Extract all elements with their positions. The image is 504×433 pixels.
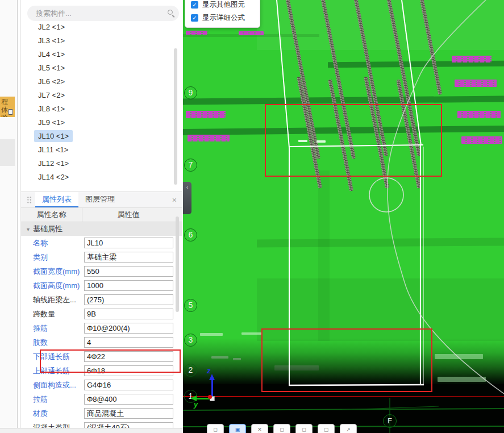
component-list: JL2 <1>JL3 <1>JL4 <1>JL5 <1>JL6 <2>JL7 <…: [21, 20, 174, 184]
display-options-popup: ✓ 显示其他图元 ✓ 显示详细公式: [185, 0, 260, 28]
property-row: 截面高度(mm)1000: [21, 278, 182, 293]
property-scrollbar[interactable]: [176, 216, 179, 312]
property-value-input[interactable]: Φ8@400: [84, 394, 173, 405]
column-name-header: 属性名称: [21, 208, 82, 222]
axis-bubble-5: 5: [184, 299, 197, 312]
property-name: 截面宽度(mm): [21, 264, 80, 278]
splitter-line[interactable]: [17, 0, 18, 433]
component-list-item[interactable]: JL11 <1>: [21, 143, 174, 157]
property-value-input[interactable]: 1000: [84, 280, 173, 291]
property-name: 侧面构造或...: [21, 378, 76, 392]
component-item-label: JL2 <1>: [34, 21, 69, 33]
beam-band: [257, 238, 504, 247]
checkbox-checked-icon: ✓: [191, 1, 198, 9]
view-tool-button-6[interactable]: ▢: [318, 424, 335, 433]
search-input[interactable]: [27, 6, 179, 21]
property-value-input[interactable]: 商品混凝土: [84, 408, 173, 419]
property-row: 拉筋Φ8@400: [21, 392, 182, 406]
property-name: 名称: [21, 236, 48, 250]
component-list-item[interactable]: JL9 <1>: [21, 116, 174, 130]
checkbox-show-detailed-formula[interactable]: ✓ 显示详细公式: [191, 12, 260, 23]
section-row-basic-props[interactable]: ▾基础属性: [21, 222, 182, 236]
property-row: 跨数量9B: [21, 307, 182, 321]
property-value-input[interactable]: 4Φ22: [84, 351, 173, 362]
property-value-input[interactable]: JL10: [84, 238, 173, 248]
dimension-text-scribble: [186, 111, 226, 118]
property-tabbar: 属性列表 图层管理 ×: [21, 192, 182, 208]
property-name: 截面高度(mm): [21, 278, 80, 293]
highlight-bar: [438, 377, 486, 382]
component-list-item[interactable]: JL12 <1>: [21, 157, 174, 170]
axis-bubble-6: 6: [184, 228, 197, 242]
component-item-label: JL8 <1>: [34, 103, 69, 115]
view-tool-button-4[interactable]: ◻: [273, 424, 290, 433]
close-icon[interactable]: ×: [172, 192, 177, 207]
highlight-dash: [241, 332, 261, 335]
property-row: 肢数4: [21, 335, 182, 349]
dimension-text-scribble: [455, 80, 497, 87]
3d-viewport[interactable]: 9765321 F z y ✓ 显示其他图元 ✓ 显示详细公式: [183, 0, 504, 433]
lock-icon: [8, 109, 13, 115]
property-value-input[interactable]: 9B: [84, 309, 173, 319]
tab-layer-manage[interactable]: 图层管理: [78, 192, 122, 207]
view-tool-button-3[interactable]: ✕: [251, 424, 268, 433]
property-row: 名称JL10: [21, 236, 182, 250]
property-value-input[interactable]: 550: [84, 266, 173, 277]
drag-grip-icon[interactable]: [27, 196, 32, 204]
promo-badge[interactable]: 程体验: [0, 97, 15, 117]
component-list-item[interactable]: JL10 <1>: [21, 130, 174, 143]
property-name: 材质: [21, 406, 48, 420]
view-tool-button-5[interactable]: ◻: [295, 424, 313, 433]
highlight-dash: [316, 140, 326, 143]
property-table-header: 属性名称 属性值: [21, 208, 182, 222]
property-row: 侧面构造或...G4Φ16: [21, 378, 182, 392]
highlight-bar: [435, 354, 483, 359]
property-value-input[interactable]: 6Φ18: [84, 365, 173, 376]
property-value-input[interactable]: (275): [84, 294, 173, 305]
view-tool-button-1[interactable]: ◻: [207, 424, 224, 433]
property-value-input[interactable]: G4Φ16: [84, 380, 173, 390]
dimension-text-scribble: [457, 111, 501, 118]
panel-bottom-strip: [0, 428, 183, 433]
promo-label: 程体验: [1, 98, 9, 117]
component-list-item[interactable]: JL2 <1>: [21, 20, 174, 34]
property-name: 下部通长筋: [21, 349, 70, 364]
property-value-input[interactable]: 基础主梁: [84, 252, 173, 263]
component-list-item[interactable]: JL3 <1>: [21, 34, 174, 48]
property-value-input[interactable]: Φ10@200(4): [84, 323, 173, 334]
chevron-left-icon: ‹: [183, 182, 191, 192]
search-icon: [168, 10, 173, 15]
view-tool-button-2[interactable]: ▣: [229, 424, 246, 433]
search-box: [27, 6, 179, 21]
dimension-text-scribble: [186, 31, 207, 35]
view-tool-button-7[interactable]: ↗: [340, 424, 357, 433]
component-list-item[interactable]: JL6 <2>: [21, 75, 174, 89]
checkbox-show-other-elements[interactable]: ✓ 显示其他图元: [191, 0, 260, 10]
property-row: 截面宽度(mm)550: [21, 264, 182, 278]
component-item-label: JL5 <1>: [34, 62, 69, 74]
component-list-item[interactable]: JL4 <1>: [21, 48, 174, 61]
dimension-text-scribble: [188, 135, 230, 141]
axis-bubble-7: 7: [184, 159, 197, 172]
component-item-label: JL3 <1>: [34, 35, 69, 47]
dimension-text-scribble: [452, 56, 491, 63]
panel-collapse-handle[interactable]: ‹: [183, 182, 191, 214]
component-list-scrollbar[interactable]: [174, 48, 177, 185]
component-list-item[interactable]: JL5 <1>: [21, 61, 174, 75]
highlight-dash: [200, 333, 223, 336]
property-value-input[interactable]: 4: [84, 337, 173, 348]
component-list-item[interactable]: JL8 <1>: [21, 102, 174, 116]
beam-band: [183, 126, 504, 135]
dimension-text-scribble: [239, 31, 264, 35]
component-item-label: JL4 <1>: [34, 48, 69, 60]
checkbox-label: 显示详细公式: [202, 13, 245, 23]
checkbox-checked-icon: ✓: [191, 14, 198, 22]
property-row: 类别基础主梁: [21, 250, 182, 264]
property-row: 材质商品混凝土: [21, 406, 182, 420]
component-list-item[interactable]: JL7 <2>: [21, 89, 174, 102]
tab-property-list[interactable]: 属性列表: [35, 192, 78, 207]
component-list-item[interactable]: JL14 <2>: [21, 170, 174, 184]
collapse-caret-icon: ▾: [27, 226, 30, 232]
rail-block: [0, 139, 15, 166]
component-item-label: JL10 <1>: [34, 130, 73, 142]
